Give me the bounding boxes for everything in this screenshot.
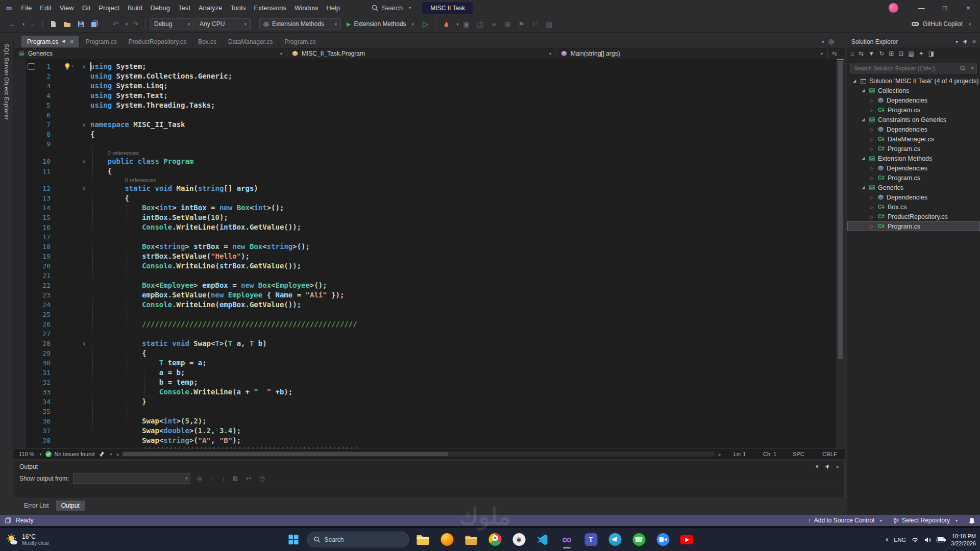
properties-icon[interactable]: ✦	[919, 50, 924, 57]
refresh-icon[interactable]: ↻	[879, 50, 884, 57]
undo-button[interactable]: ↶	[109, 18, 121, 30]
previous-bookmark-icon[interactable]: ⚐	[529, 18, 542, 30]
next-message-icon[interactable]: ↓	[219, 475, 227, 482]
code-text[interactable]: intBox.SetValue(10);	[90, 213, 228, 222]
codelens-references[interactable]: 0 references	[108, 150, 139, 156]
taskbar-app-chatgpt[interactable]: ∗	[509, 530, 529, 549]
expand-icon[interactable]: ▷	[869, 176, 875, 181]
type-dropdown[interactable]: MISC_II_Task.Program▾	[287, 48, 556, 59]
titlebar-search[interactable]: Search ▾	[368, 3, 415, 13]
collapse-all-icon[interactable]: ⊟	[898, 50, 903, 57]
member-dropdown[interactable]: Main(string[] args)▾	[556, 48, 828, 59]
code-text[interactable]: static void Swap<T>(T a, T b)	[90, 339, 267, 348]
maximize-button[interactable]: □	[933, 0, 957, 16]
menu-window[interactable]: Window	[290, 2, 322, 14]
taskbar-clock[interactable]: 10:18 PM 3/22/2026	[951, 533, 976, 547]
fold-toggle-icon[interactable]: ∨	[78, 120, 90, 130]
task-list-icon[interactable]: ▤	[543, 18, 555, 30]
solution-configurations-select[interactable]: Debug▾	[150, 18, 194, 30]
hot-reload-button[interactable]	[440, 18, 453, 30]
start-button[interactable]	[284, 530, 303, 549]
code-text[interactable]: Swap<int>(5,2);	[90, 416, 207, 426]
tree-item-program-cs[interactable]: ▷C#Program.cs	[847, 105, 980, 115]
window-layout-icon[interactable]	[5, 517, 11, 523]
collapse-icon[interactable]: ◢	[851, 79, 857, 83]
clear-all-icon[interactable]: ⊠	[231, 475, 240, 482]
tree-item-constraints-on-generics[interactable]: ◢C#Constraints on Generics	[847, 115, 980, 124]
tree-item-collections[interactable]: ◢C#Collections	[847, 86, 980, 95]
code-text[interactable]: Console.WriteLine(empBox.GetValue());	[90, 300, 301, 310]
expand-icon[interactable]: ▷	[869, 127, 875, 132]
navigate-backward-button[interactable]: ←	[6, 18, 18, 30]
line-indicator[interactable]: Ln: 1	[733, 451, 751, 457]
code-text[interactable]: }	[90, 397, 146, 407]
nest-files-icon[interactable]: ⊞	[889, 50, 894, 57]
document-dropdown-icon[interactable]: ▾	[822, 39, 824, 44]
settings-gear-icon[interactable]	[828, 39, 835, 45]
expand-icon[interactable]: ▷	[869, 98, 875, 103]
menu-analyze[interactable]: Analyze	[194, 2, 226, 14]
tab-program-cs[interactable]: Program.cs	[80, 36, 122, 47]
navbar-options-icon[interactable]: ⇆	[828, 48, 841, 59]
select-repository-button[interactable]: Select Repository ▾	[893, 517, 958, 524]
taskbar-app-telegram[interactable]	[605, 530, 625, 549]
menu-file[interactable]: File	[17, 2, 36, 14]
language-indicator[interactable]: ENG	[894, 537, 906, 543]
taskbar-app-zoom[interactable]	[653, 530, 673, 549]
codelens-references[interactable]: 0 references	[125, 177, 156, 183]
expand-icon[interactable]: ▷	[869, 214, 875, 219]
previous-message-icon[interactable]: ↑	[208, 475, 215, 482]
start-debugging-button[interactable]: ▶ Extension Methods ▾	[342, 18, 418, 30]
output-source-select[interactable]: ▾	[73, 473, 190, 484]
memory-window-icon[interactable]: ◫	[474, 18, 486, 30]
code-text[interactable]: Swap<double>(1.2, 3.4);	[90, 426, 241, 436]
tree-item-productrepository-cs[interactable]: ▷C#ProductRepository.cs	[847, 212, 980, 221]
tree-item-dependencies[interactable]: ▷Dependencies	[847, 95, 980, 105]
nest-items-icon[interactable]: ⊞	[502, 18, 514, 30]
tray-chevron-icon[interactable]: ∧	[885, 537, 889, 542]
menu-build[interactable]: Build	[124, 2, 146, 14]
weather-widget[interactable]: 16°C Mostly clear	[5, 528, 49, 551]
pending-changes-filter-icon[interactable]: ▼	[868, 50, 874, 57]
spaces-indicator[interactable]: SPC	[793, 451, 810, 457]
tree-item-dependencies[interactable]: ▷Dependencies	[847, 124, 980, 134]
pin-tab-icon[interactable]	[62, 39, 66, 44]
menu-edit[interactable]: Edit	[36, 2, 55, 14]
code-text[interactable]: using System.Linq;	[90, 81, 168, 91]
taskbar-app-youtube[interactable]	[677, 530, 697, 549]
tab-productrepository-cs[interactable]: ProductRepository.cs	[123, 36, 192, 47]
close-panel-icon[interactable]: ×	[972, 38, 976, 45]
code-text[interactable]: {	[90, 348, 146, 358]
fold-toggle-icon[interactable]: ∨	[78, 339, 90, 348]
editor-horizontal-scrollbar[interactable]	[122, 452, 715, 457]
collapse-icon[interactable]: ◢	[860, 156, 866, 161]
code-text[interactable]: Console.WriteLine(a + " " +b);	[90, 387, 292, 397]
code-text[interactable]: Box<Employee> empBox = new Box<Employee>…	[90, 281, 327, 290]
code-text[interactable]: {	[90, 166, 112, 176]
taskbar-app-teams[interactable]: T	[581, 530, 601, 549]
user-avatar[interactable]	[889, 3, 898, 13]
output-content[interactable]	[14, 485, 844, 498]
switch-views-icon[interactable]: ⇆	[859, 50, 864, 57]
minimize-button[interactable]: —	[910, 0, 933, 16]
preview-selected-items-icon[interactable]: ◨	[928, 50, 934, 57]
chevron-down-icon[interactable]: ▾	[816, 463, 819, 470]
menu-help[interactable]: Help	[322, 2, 344, 14]
code-text[interactable]: {	[90, 193, 129, 203]
tree-item-datamanager-cs[interactable]: ▷C#DataManager.cs	[847, 134, 980, 144]
chevron-down-icon[interactable]: ▾	[955, 39, 958, 44]
fold-toggle-icon[interactable]: ∨	[78, 62, 90, 71]
collapse-icon[interactable]: ◢	[860, 185, 866, 190]
fold-toggle-icon[interactable]: ∨	[78, 157, 90, 166]
startup-projects-select[interactable]: Extension Methods▾	[259, 18, 341, 30]
tab-program-cs[interactable]: Program.cs×	[21, 36, 80, 47]
show-all-files-icon[interactable]: ▤	[908, 50, 914, 57]
menu-extensions[interactable]: Extensions	[250, 2, 291, 14]
line-ending-indicator[interactable]: CRLF	[822, 451, 840, 457]
scrollbar-thumb[interactable]	[122, 452, 448, 456]
editor-vertical-scrollbar[interactable]	[836, 59, 845, 448]
taskbar-app-firefox[interactable]	[437, 530, 457, 549]
redo-button[interactable]: ↷	[129, 18, 141, 30]
taskbar-app-folder[interactable]	[461, 530, 481, 549]
panel-tab-output[interactable]: Output	[56, 500, 85, 511]
